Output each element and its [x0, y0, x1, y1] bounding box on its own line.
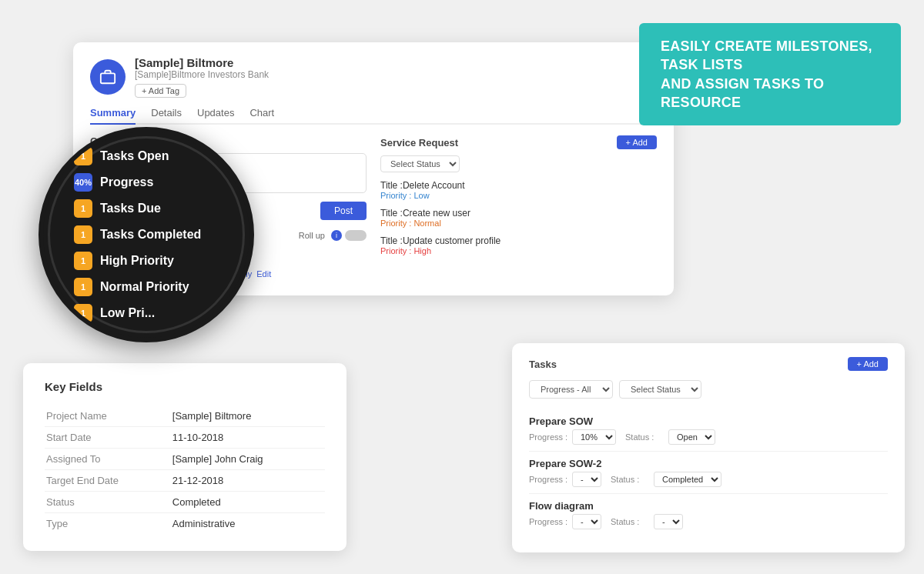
service-request-status-select[interactable]: Select Status — [380, 155, 460, 172]
task-progress-col-sow2: Progress : - — [529, 472, 601, 487]
label-high-priority: High Priority — [100, 254, 174, 268]
status-label-sow2: Status : — [611, 475, 651, 484]
task-progress-col-sow: Progress : 10% — [529, 429, 616, 445]
edit-link[interactable]: Edit — [256, 269, 271, 279]
status-label-flow: Status : — [611, 517, 651, 526]
kf-row-start-date: Start Date 11-10-2018 — [45, 427, 325, 449]
task-name-sow2: Prepare SOW-2 — [529, 458, 888, 469]
circle-item-tasks-completed: 1 Tasks Completed — [74, 225, 219, 244]
kf-row-status: Status Completed — [45, 492, 325, 513]
circle-item-normal-priority: 1 Normal Priority — [74, 278, 219, 296]
teal-banner: EASILY CREATE MILESTONES, TASK LISTS AND… — [639, 23, 901, 125]
status-filter-select[interactable]: Select Status — [619, 380, 701, 399]
task-meta-sow: Progress : 10% Status : Open — [529, 429, 888, 445]
kf-value-status: Completed — [171, 492, 325, 513]
kf-label-project-name: Project Name — [45, 405, 171, 427]
tasks-card: Tasks + Add Progress - All Select Status… — [512, 343, 905, 552]
task-row-sow2: Prepare SOW-2 Progress : - Status : Comp… — [529, 452, 888, 494]
task-row-flow: Flow diagram Progress : - Status : - — [529, 494, 888, 536]
progress-select-sow[interactable]: 10% — [572, 429, 616, 445]
badge-tasks-open: 1 — [74, 147, 92, 165]
add-tag-button[interactable]: + Add Tag — [135, 84, 186, 98]
kf-row-type: Type Administrative — [45, 513, 325, 535]
tab-details[interactable]: Details — [151, 107, 182, 123]
sr-item-1: Title :Delete Account Priority : Low — [380, 180, 657, 200]
key-fields-card: Key Fields Project Name [Sample] Biltmor… — [23, 363, 346, 551]
progress-select-sow2[interactable]: - — [572, 472, 601, 487]
label-tasks-due: Tasks Due — [100, 202, 161, 215]
status-select-sow[interactable]: Open — [668, 429, 715, 445]
progress-filter-select[interactable]: Progress - All — [529, 380, 613, 399]
sr-title-2: Title :Create new user — [380, 208, 657, 219]
kf-value-target-end: 21-12-2018 — [171, 470, 325, 492]
progress-select-flow[interactable]: - — [572, 514, 601, 529]
label-normal-priority: Normal Priority — [100, 280, 189, 294]
task-progress-col-flow: Progress : - — [529, 514, 601, 529]
sr-title-1: Title :Delete Account — [380, 180, 657, 191]
progress-label-sow: Progress : — [529, 432, 569, 442]
key-fields-title: Key Fields — [45, 380, 325, 393]
label-tasks-open: Tasks Open — [100, 149, 169, 163]
tasks-add-button[interactable]: + Add — [848, 357, 888, 371]
kf-label-type: Type — [45, 513, 171, 535]
service-request-add-button[interactable]: + Add — [617, 135, 657, 149]
circle-item-high-priority: 1 High Priority — [74, 252, 219, 270]
progress-label-sow2: Progress : — [529, 475, 569, 484]
tab-summary[interactable]: Summary — [90, 107, 136, 125]
kf-row-assigned-to: Assigned To [Sample] John Craig — [45, 449, 325, 470]
label-progress: Progress — [100, 175, 153, 189]
roll-up-toggle[interactable]: Roll up i — [299, 230, 367, 241]
sr-priority-3: Priority : High — [380, 246, 657, 255]
kf-value-start-date: 11-10-2018 — [171, 427, 325, 449]
kf-value-project-name: [Sample] Biltmore — [171, 405, 325, 427]
task-meta-flow: Progress : - Status : - — [529, 514, 888, 529]
circle-item-progress: 40% Progress — [74, 173, 219, 192]
status-select-sow2[interactable]: Completed — [654, 472, 721, 487]
card-header: [Sample] Biltmore [Sample]Biltmore Inves… — [90, 56, 657, 98]
badge-tasks-completed: 1 — [74, 225, 92, 244]
project-title: [Sample] Biltmore — [135, 56, 269, 69]
progress-label-flow: Progress : — [529, 517, 569, 526]
circle-item-tasks-open: 1 Tasks Open — [74, 147, 219, 165]
badge-tasks-due: 1 — [74, 199, 92, 218]
roll-up-switch[interactable] — [345, 230, 367, 241]
post-button[interactable]: Post — [320, 202, 367, 220]
sr-item-3: Title :Update customer profile Priority … — [380, 235, 657, 255]
status-label-sow: Status : — [625, 432, 665, 442]
kf-label-target-end: Target End Date — [45, 470, 171, 492]
kf-label-status: Status — [45, 492, 171, 513]
circle-magnifier: 1 Tasks Open 40% Progress 1 Tasks Due 1 … — [38, 127, 254, 342]
label-tasks-completed: Tasks Completed — [100, 228, 201, 242]
task-meta-sow2: Progress : - Status : Completed — [529, 472, 888, 487]
task-row-sow: Prepare SOW Progress : 10% Status : Open — [529, 409, 888, 452]
key-fields-table: Project Name [Sample] Biltmore Start Dat… — [45, 405, 325, 534]
sr-title-3: Title :Update customer profile — [380, 235, 657, 246]
label-low-priority: Low Pri... — [100, 306, 155, 320]
service-request-title: Service Request — [380, 137, 458, 149]
badge-progress: 40% — [74, 173, 92, 192]
badge-normal-priority: 1 — [74, 278, 92, 296]
kf-value-assigned-to: [Sample] John Craig — [171, 449, 325, 470]
task-status-col-flow: Status : - — [611, 514, 683, 529]
kf-row-target-end: Target End Date 21-12-2018 — [45, 470, 325, 492]
kf-label-start-date: Start Date — [45, 427, 171, 449]
project-avatar — [90, 59, 126, 95]
kf-label-assigned-to: Assigned To — [45, 449, 171, 470]
tasks-filters: Progress - All Select Status — [529, 380, 888, 399]
tasks-header: Tasks + Add — [529, 357, 888, 371]
project-subtitle: [Sample]Biltmore Investors Bank — [135, 69, 269, 80]
sr-item-2: Title :Create new user Priority : Normal — [380, 208, 657, 228]
tab-chart[interactable]: Chart — [249, 107, 274, 123]
circle-item-low-priority: 1 Low Pri... — [74, 304, 219, 322]
task-status-col-sow: Status : Open — [625, 429, 715, 445]
sr-priority-2: Priority : Normal — [380, 219, 657, 228]
circle-item-tasks-due: 1 Tasks Due — [74, 199, 219, 218]
sr-priority-1: Priority : Low — [380, 191, 657, 200]
banner-text: EASILY CREATE MILESTONES, TASK LISTS AND… — [661, 37, 879, 112]
service-request-header: Service Request + Add — [380, 135, 657, 149]
badge-high-priority: 1 — [74, 252, 92, 270]
tab-updates[interactable]: Updates — [197, 107, 234, 123]
status-select-flow[interactable]: - — [654, 514, 683, 529]
card-tabs: Summary Details Updates Chart — [90, 107, 657, 125]
task-status-col-sow2: Status : Completed — [611, 472, 721, 487]
